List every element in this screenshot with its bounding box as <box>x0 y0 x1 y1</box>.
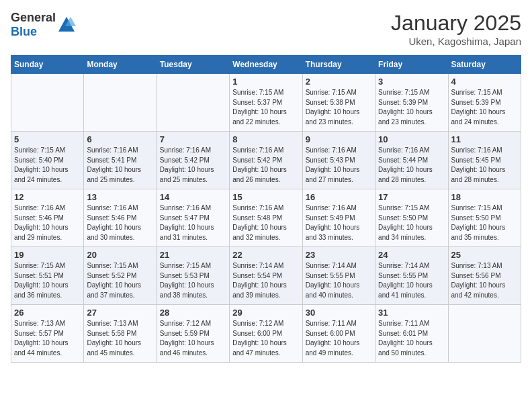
day-number: 8 <box>232 134 299 144</box>
calendar-cell: 2Sunrise: 7:15 AM Sunset: 5:38 PM Daylig… <box>302 74 375 132</box>
calendar-cell: 27Sunrise: 7:13 AM Sunset: 5:58 PM Dayli… <box>84 305 157 363</box>
day-number: 21 <box>160 250 226 260</box>
calendar-cell: 17Sunrise: 7:15 AM Sunset: 5:50 PM Dayli… <box>375 189 448 247</box>
day-number: 7 <box>160 134 226 144</box>
day-detail: Sunrise: 7:16 AM Sunset: 5:46 PM Dayligh… <box>87 203 153 242</box>
title-block: January 2025 Uken, Kagoshima, Japan <box>391 11 521 47</box>
header-row: SundayMondayTuesdayWednesdayThursdayFrid… <box>11 56 521 74</box>
day-detail: Sunrise: 7:15 AM Sunset: 5:53 PM Dayligh… <box>160 261 226 300</box>
day-detail: Sunrise: 7:16 AM Sunset: 5:47 PM Dayligh… <box>160 203 226 242</box>
page-header: General Blue January 2025 Uken, Kagoshim… <box>11 11 521 47</box>
day-number: 1 <box>232 77 299 87</box>
calendar-cell: 1Sunrise: 7:15 AM Sunset: 5:37 PM Daylig… <box>230 74 302 132</box>
day-detail: Sunrise: 7:13 AM Sunset: 5:58 PM Dayligh… <box>87 319 153 358</box>
day-number: 6 <box>87 134 153 144</box>
day-number: 20 <box>87 250 153 260</box>
day-detail: Sunrise: 7:15 AM Sunset: 5:51 PM Dayligh… <box>14 261 81 300</box>
calendar-cell: 30Sunrise: 7:11 AM Sunset: 6:00 PM Dayli… <box>302 305 375 363</box>
day-number: 29 <box>232 308 299 318</box>
day-detail: Sunrise: 7:16 AM Sunset: 5:45 PM Dayligh… <box>451 146 518 185</box>
calendar-cell: 28Sunrise: 7:12 AM Sunset: 5:59 PM Dayli… <box>157 305 229 363</box>
calendar-cell: 20Sunrise: 7:15 AM Sunset: 5:52 PM Dayli… <box>84 247 157 305</box>
day-number: 26 <box>14 308 81 318</box>
day-detail: Sunrise: 7:15 AM Sunset: 5:52 PM Dayligh… <box>87 261 153 300</box>
day-detail: Sunrise: 7:11 AM Sunset: 6:00 PM Dayligh… <box>306 319 372 358</box>
calendar-cell: 31Sunrise: 7:11 AM Sunset: 6:01 PM Dayli… <box>375 305 448 363</box>
calendar-cell: 3Sunrise: 7:15 AM Sunset: 5:39 PM Daylig… <box>375 74 448 132</box>
day-number: 2 <box>306 77 372 87</box>
day-detail: Sunrise: 7:15 AM Sunset: 5:39 PM Dayligh… <box>378 88 445 127</box>
week-row-0: 1Sunrise: 7:15 AM Sunset: 5:37 PM Daylig… <box>11 74 521 132</box>
day-detail: Sunrise: 7:13 AM Sunset: 5:56 PM Dayligh… <box>451 261 518 300</box>
logo-icon <box>57 15 76 34</box>
calendar-cell: 26Sunrise: 7:13 AM Sunset: 5:57 PM Dayli… <box>11 305 84 363</box>
day-detail: Sunrise: 7:15 AM Sunset: 5:40 PM Dayligh… <box>14 146 81 185</box>
calendar-cell: 10Sunrise: 7:16 AM Sunset: 5:44 PM Dayli… <box>375 132 448 189</box>
calendar-cell: 25Sunrise: 7:13 AM Sunset: 5:56 PM Dayli… <box>448 247 521 305</box>
day-detail: Sunrise: 7:16 AM Sunset: 5:49 PM Dayligh… <box>306 203 372 242</box>
calendar-cell: 23Sunrise: 7:14 AM Sunset: 5:55 PM Dayli… <box>302 247 375 305</box>
week-row-4: 26Sunrise: 7:13 AM Sunset: 5:57 PM Dayli… <box>11 305 521 363</box>
calendar-cell: 11Sunrise: 7:16 AM Sunset: 5:45 PM Dayli… <box>448 132 521 189</box>
day-detail: Sunrise: 7:16 AM Sunset: 5:42 PM Dayligh… <box>160 146 226 185</box>
day-number: 25 <box>451 250 518 260</box>
day-detail: Sunrise: 7:12 AM Sunset: 5:59 PM Dayligh… <box>160 319 226 358</box>
calendar-cell: 21Sunrise: 7:15 AM Sunset: 5:53 PM Dayli… <box>157 247 229 305</box>
day-header-monday: Monday <box>84 56 157 74</box>
calendar-cell: 29Sunrise: 7:12 AM Sunset: 6:00 PM Dayli… <box>230 305 302 363</box>
day-number: 15 <box>232 192 299 202</box>
day-detail: Sunrise: 7:13 AM Sunset: 5:57 PM Dayligh… <box>14 319 81 358</box>
calendar-cell: 16Sunrise: 7:16 AM Sunset: 5:49 PM Dayli… <box>302 189 375 247</box>
logo: General Blue <box>11 11 76 39</box>
calendar-cell <box>84 74 157 132</box>
calendar-table: SundayMondayTuesdayWednesdayThursdayFrid… <box>11 55 521 363</box>
day-detail: Sunrise: 7:15 AM Sunset: 5:50 PM Dayligh… <box>378 203 445 242</box>
location: Uken, Kagoshima, Japan <box>391 36 521 47</box>
calendar-cell: 15Sunrise: 7:16 AM Sunset: 5:48 PM Dayli… <box>230 189 302 247</box>
calendar-cell: 13Sunrise: 7:16 AM Sunset: 5:46 PM Dayli… <box>84 189 157 247</box>
day-header-sunday: Sunday <box>11 56 84 74</box>
month-title: January 2025 <box>391 11 521 36</box>
calendar-cell <box>11 74 84 132</box>
calendar-cell: 9Sunrise: 7:16 AM Sunset: 5:43 PM Daylig… <box>302 132 375 189</box>
day-number: 4 <box>451 77 518 87</box>
day-detail: Sunrise: 7:11 AM Sunset: 6:01 PM Dayligh… <box>378 319 445 358</box>
week-row-3: 19Sunrise: 7:15 AM Sunset: 5:51 PM Dayli… <box>11 247 521 305</box>
day-header-saturday: Saturday <box>448 56 521 74</box>
day-number: 5 <box>14 134 81 144</box>
calendar-cell: 4Sunrise: 7:15 AM Sunset: 5:39 PM Daylig… <box>448 74 521 132</box>
day-number: 16 <box>306 192 372 202</box>
day-detail: Sunrise: 7:12 AM Sunset: 6:00 PM Dayligh… <box>232 319 299 358</box>
logo-blue: Blue <box>11 25 37 38</box>
day-number: 30 <box>306 308 372 318</box>
day-number: 27 <box>87 308 153 318</box>
day-detail: Sunrise: 7:15 AM Sunset: 5:37 PM Dayligh… <box>232 88 299 127</box>
calendar-cell: 5Sunrise: 7:15 AM Sunset: 5:40 PM Daylig… <box>11 132 84 189</box>
day-header-tuesday: Tuesday <box>157 56 229 74</box>
calendar-cell: 12Sunrise: 7:16 AM Sunset: 5:46 PM Dayli… <box>11 189 84 247</box>
day-detail: Sunrise: 7:16 AM Sunset: 5:41 PM Dayligh… <box>87 146 153 185</box>
calendar-cell: 18Sunrise: 7:15 AM Sunset: 5:50 PM Dayli… <box>448 189 521 247</box>
day-detail: Sunrise: 7:15 AM Sunset: 5:50 PM Dayligh… <box>451 203 518 242</box>
day-detail: Sunrise: 7:14 AM Sunset: 5:55 PM Dayligh… <box>378 261 445 300</box>
day-number: 24 <box>378 250 445 260</box>
calendar-cell <box>448 305 521 363</box>
day-detail: Sunrise: 7:14 AM Sunset: 5:54 PM Dayligh… <box>232 261 299 300</box>
day-number: 13 <box>87 192 153 202</box>
logo-general: General <box>11 11 56 24</box>
day-header-friday: Friday <box>375 56 448 74</box>
day-number: 3 <box>378 77 445 87</box>
day-number: 11 <box>451 134 518 144</box>
calendar-cell: 22Sunrise: 7:14 AM Sunset: 5:54 PM Dayli… <box>230 247 302 305</box>
calendar-cell: 6Sunrise: 7:16 AM Sunset: 5:41 PM Daylig… <box>84 132 157 189</box>
day-number: 14 <box>160 192 226 202</box>
day-detail: Sunrise: 7:15 AM Sunset: 5:39 PM Dayligh… <box>451 88 518 127</box>
day-detail: Sunrise: 7:16 AM Sunset: 5:44 PM Dayligh… <box>378 146 445 185</box>
calendar-cell: 7Sunrise: 7:16 AM Sunset: 5:42 PM Daylig… <box>157 132 229 189</box>
day-number: 23 <box>306 250 372 260</box>
day-number: 12 <box>14 192 81 202</box>
day-header-thursday: Thursday <box>302 56 375 74</box>
day-number: 9 <box>306 134 372 144</box>
day-detail: Sunrise: 7:16 AM Sunset: 5:48 PM Dayligh… <box>232 203 299 242</box>
day-detail: Sunrise: 7:15 AM Sunset: 5:38 PM Dayligh… <box>306 88 372 127</box>
